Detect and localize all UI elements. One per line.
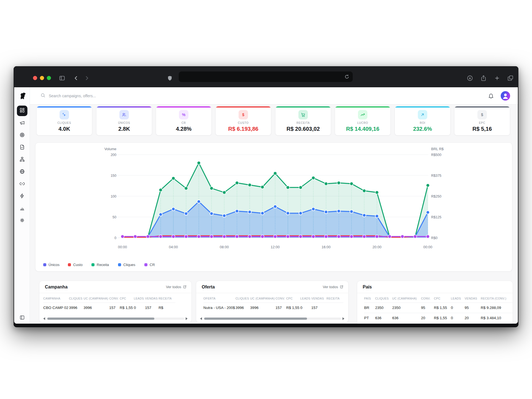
column-header: LEADS xyxy=(451,294,464,303)
zoom-button[interactable] xyxy=(47,76,51,80)
column-header: RECEITA xyxy=(158,294,175,303)
scrollbar-thumb[interactable] xyxy=(204,318,307,320)
column-header: CPC xyxy=(120,294,134,303)
browser-window: Search campaigns, offers... CLIQUES 4.0K xyxy=(14,66,518,327)
stat-card-epc: $ EPC R$ 5,16 xyxy=(454,106,510,135)
column-header: VENDAS xyxy=(311,294,327,303)
search-input[interactable]: Search campaigns, offers... xyxy=(40,87,96,104)
reload-icon[interactable] xyxy=(344,74,350,80)
dog-logo[interactable] xyxy=(14,87,30,104)
table-row[interactable]: Nutra - USA - 200$39963996157R$ 1,550157 xyxy=(203,303,343,313)
forward-icon[interactable] xyxy=(83,75,90,81)
column-header: UC (CAMPANHA) xyxy=(392,294,421,303)
scroll-right-icon[interactable] xyxy=(186,317,188,320)
stat-value: R$ 20.603,02 xyxy=(275,126,331,132)
column-header: UC (CAMPANHA) xyxy=(250,294,275,303)
stat-label: CUSTO xyxy=(216,121,271,124)
stat-value: R$ 5,16 xyxy=(454,126,510,132)
stat-card-unicos: ÚNICOS 2.8K xyxy=(96,106,152,135)
scrollbar-thumb[interactable] xyxy=(47,318,154,320)
shield-icon[interactable] xyxy=(167,75,173,82)
legend-item-receita[interactable]: Receita xyxy=(91,263,109,267)
dollar-icon: $ xyxy=(239,110,248,119)
stat-value: R$ 14.409,16 xyxy=(335,126,390,132)
accent-bar xyxy=(216,106,271,108)
tabs-overview-icon[interactable] xyxy=(507,75,514,81)
column-header: CONV. xyxy=(275,294,286,303)
scroll-left-icon[interactable] xyxy=(43,317,45,320)
accent-bar xyxy=(335,106,390,108)
close-button[interactable] xyxy=(33,76,37,80)
sidebar xyxy=(14,87,30,324)
sidebar-nav xyxy=(14,106,30,226)
svg-text:R$500: R$500 xyxy=(431,153,441,157)
column-header: CLIQUES xyxy=(375,294,392,303)
table-cell: 157 xyxy=(311,303,327,313)
sidebar-item-flows[interactable] xyxy=(17,155,27,165)
sidebar-item-offers[interactable] xyxy=(17,131,27,140)
svg-text:16:00: 16:00 xyxy=(321,245,331,249)
stat-value: 4.28% xyxy=(156,126,211,132)
new-tab-icon[interactable] xyxy=(494,75,500,81)
scroll-left-icon[interactable] xyxy=(200,317,202,320)
sidebar-toggle-icon[interactable] xyxy=(59,75,65,81)
svg-text:00:00: 00:00 xyxy=(423,245,433,249)
horizontal-scrollbar[interactable] xyxy=(43,317,188,320)
sidebar-item-automations[interactable] xyxy=(17,191,27,201)
scrollbar-track[interactable] xyxy=(47,318,184,320)
legend-item-cr[interactable]: CR xyxy=(144,263,155,267)
table-cell: R$ 1,55 xyxy=(120,303,134,313)
link-icon xyxy=(19,181,25,188)
legend-swatch xyxy=(91,263,94,266)
stat-value: R$ 6.193,86 xyxy=(216,126,271,132)
bell-icon[interactable] xyxy=(488,93,494,99)
column-header: RECEITA xyxy=(326,294,343,303)
sidebar-item-links[interactable] xyxy=(17,179,27,189)
sidebar-item-dashboard[interactable] xyxy=(17,106,27,116)
table-row[interactable]: CBO CAMP 0239963996157R$ 1,550157R$ xyxy=(43,303,175,313)
ver-todos-link[interactable]: Ver todos xyxy=(323,285,343,289)
minimize-button[interactable] xyxy=(40,76,44,80)
megaphone-icon xyxy=(19,120,25,127)
ver-todos-link[interactable]: Ver todos xyxy=(166,285,186,289)
panel-collapse-icon[interactable] xyxy=(14,315,30,320)
legend-swatch xyxy=(68,263,71,266)
stat-value: 4.0K xyxy=(37,126,92,132)
table-row[interactable]: PT63663620R$ 1,55020R$ 3.484,10 xyxy=(364,313,513,323)
svg-text:150: 150 xyxy=(111,174,116,178)
legend-item-custo[interactable]: Custo xyxy=(68,263,83,267)
sidebar-item-landers[interactable] xyxy=(17,143,27,153)
sidebar-item-domains[interactable] xyxy=(17,167,27,177)
percent-icon: % xyxy=(179,110,188,119)
legend-item-cliques[interactable]: Cliques xyxy=(118,263,135,267)
share-icon[interactable] xyxy=(480,75,487,81)
trend-up-icon xyxy=(358,110,367,119)
table-cell: 3996 xyxy=(84,303,109,313)
sidebar-item-reports[interactable] xyxy=(17,204,27,214)
table-cell: 20 xyxy=(421,313,434,323)
cart-icon xyxy=(298,110,308,119)
table-row[interactable]: BR2350235095R$ 1,55095R$ 9.288,09 xyxy=(364,303,513,313)
column-header: LEADS xyxy=(134,294,145,303)
zap-icon xyxy=(19,193,25,200)
line-chart[interactable]: 0R$050R$125100R$250150R$375200R$500Volum… xyxy=(35,143,513,272)
sidebar-item-campaigns[interactable] xyxy=(17,118,27,128)
url-bar[interactable] xyxy=(179,71,353,82)
table-cell: 0 xyxy=(134,303,145,313)
scrollbar-track[interactable] xyxy=(204,318,341,320)
accent-bar xyxy=(454,106,510,108)
scroll-right-icon[interactable] xyxy=(342,317,344,320)
table-cell: 2350 xyxy=(375,303,392,313)
column-header: CPC xyxy=(286,294,300,303)
sidebar-item-settings[interactable] xyxy=(17,216,27,226)
back-icon[interactable] xyxy=(73,75,80,81)
table-cell: R$ 1,55 xyxy=(434,303,451,313)
table-cell: R$ 1,55 xyxy=(286,303,300,313)
stat-card-custo: $ CUSTO R$ 6.193,86 xyxy=(215,106,271,135)
table-cell: 157 xyxy=(145,303,159,313)
user-avatar[interactable] xyxy=(501,91,510,101)
horizontal-scrollbar[interactable] xyxy=(200,317,344,320)
download-icon[interactable] xyxy=(467,75,473,81)
legend-item-unicos[interactable]: Únicos xyxy=(43,263,60,267)
stat-label: CLIQUES xyxy=(37,121,92,124)
